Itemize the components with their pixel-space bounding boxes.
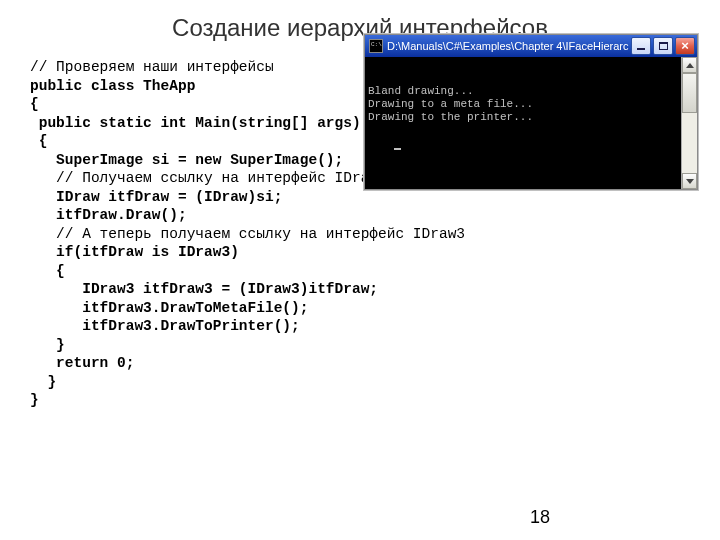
code-line: if(itfDraw is IDraw3) [30, 243, 465, 262]
close-icon [681, 41, 689, 52]
code-line: } [30, 373, 465, 392]
code-line: IDraw itfDraw = (IDraw)si; [30, 188, 465, 207]
code-line: } [30, 336, 465, 355]
arrow-up-icon [686, 63, 694, 68]
code-line: itfDraw.Draw(); [30, 206, 465, 225]
scrollbar[interactable] [681, 57, 697, 189]
code-line: itfDraw3.DrawToPrinter(); [30, 317, 465, 336]
scroll-up-button[interactable] [682, 57, 697, 73]
close-button[interactable] [675, 37, 695, 55]
window-title-text: D:\Manuals\C#\Examples\Chapter 4\IFaceHi… [387, 40, 629, 52]
code-line: } [30, 391, 465, 410]
minimize-button[interactable] [631, 37, 651, 55]
scroll-track[interactable] [682, 113, 697, 173]
scroll-thumb[interactable] [682, 73, 697, 113]
cmd-icon [369, 39, 383, 53]
code-line: IDraw3 itfDraw3 = (IDraw3)itfDraw; [30, 280, 465, 299]
code-line: return 0; [30, 354, 465, 373]
scroll-down-button[interactable] [682, 173, 697, 189]
console-output: Bland drawing... Drawing to a meta file.… [368, 85, 694, 124]
page-number: 18 [530, 507, 550, 528]
code-line: itfDraw3.DrawToMetaFile(); [30, 299, 465, 318]
maximize-button[interactable] [653, 37, 673, 55]
arrow-down-icon [686, 179, 694, 184]
console-window: D:\Manuals\C#\Examples\Chapter 4\IFaceHi… [364, 34, 698, 190]
window-titlebar[interactable]: D:\Manuals\C#\Examples\Chapter 4\IFaceHi… [365, 35, 697, 57]
code-line: // А теперь получаем ссылку на интерфейс… [30, 225, 465, 244]
code-line: { [30, 262, 465, 281]
console-body: Bland drawing... Drawing to a meta file.… [365, 57, 697, 189]
cursor [394, 148, 401, 150]
